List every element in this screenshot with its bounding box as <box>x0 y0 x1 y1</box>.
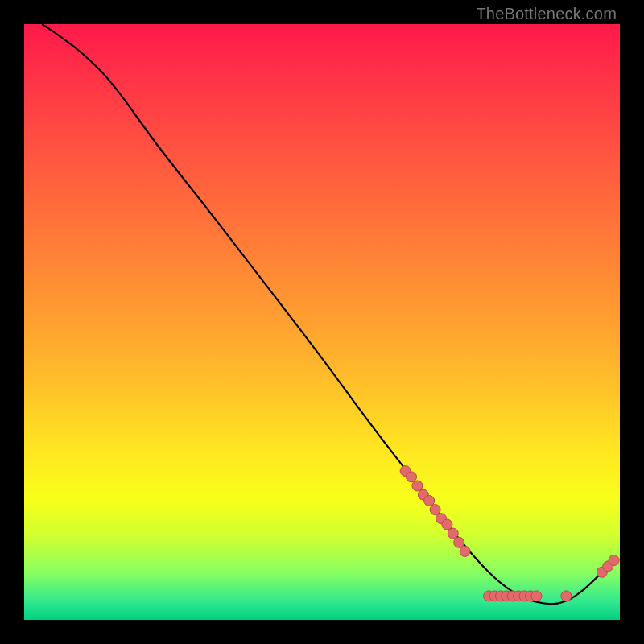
chart-svg <box>24 24 620 620</box>
data-point <box>424 496 435 506</box>
data-point <box>448 528 458 539</box>
data-point <box>412 481 423 491</box>
bottleneck-curve <box>42 24 613 604</box>
data-point <box>454 537 464 547</box>
data-point <box>430 505 440 515</box>
data-point <box>561 591 572 601</box>
chart-stage: TheBottleneck.com <box>0 0 644 644</box>
watermark-text: TheBottleneck.com <box>476 5 617 23</box>
data-point <box>609 555 619 566</box>
data-point <box>531 591 542 601</box>
data-point <box>407 472 417 482</box>
data-point <box>442 519 452 530</box>
plot-area <box>24 24 620 620</box>
data-points <box>400 466 619 601</box>
data-point <box>460 546 470 556</box>
